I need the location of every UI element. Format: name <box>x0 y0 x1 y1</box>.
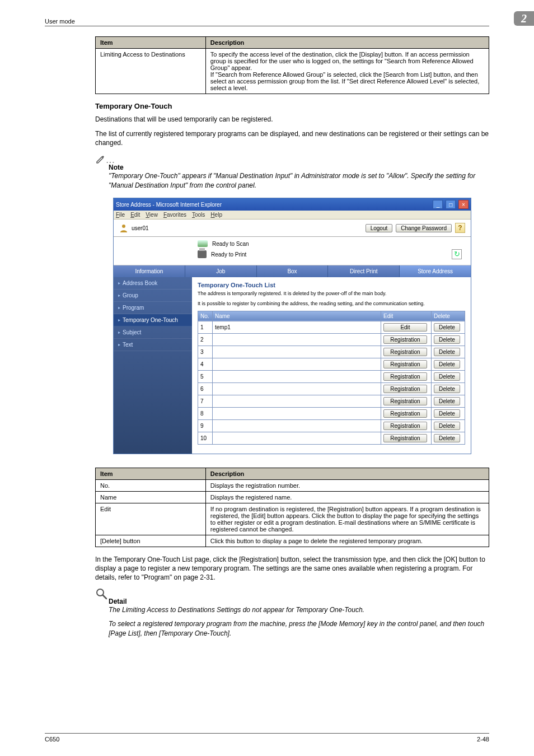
sidebar-item-text[interactable]: Text <box>114 339 192 351</box>
table-row-description: Displays the registration number. <box>205 479 489 491</box>
detail-label: Detail <box>109 598 489 605</box>
footer-right: 2-48 <box>477 736 489 743</box>
tab-box[interactable]: Box <box>257 265 329 277</box>
sidebar-item-subject[interactable]: Subject <box>114 326 192 339</box>
delete-button[interactable]: Delete <box>434 397 460 405</box>
cell-no: 3 <box>198 346 213 358</box>
table-row: 4RegistrationDelete <box>198 358 465 370</box>
cell-no: 10 <box>198 432 213 444</box>
logout-button[interactable]: Logout <box>366 224 393 232</box>
menu-item-file[interactable]: File <box>116 212 125 218</box>
cell-delete: Delete <box>432 321 465 333</box>
col-name: Name <box>213 311 381 321</box>
edit-button[interactable]: Edit <box>383 323 427 332</box>
registration-button[interactable]: Registration <box>383 422 427 430</box>
cell-no: 8 <box>198 407 213 419</box>
delete-button[interactable]: Delete <box>434 409 460 418</box>
menu-item-favorites[interactable]: Favorites <box>163 212 186 218</box>
col-description: Description <box>205 468 489 479</box>
section-paragraph-2: The list of currently registered tempora… <box>95 129 489 147</box>
svg-point-0 <box>122 225 125 228</box>
table-row: 2RegistrationDelete <box>198 333 465 346</box>
cell-delete: Delete <box>432 346 465 358</box>
delete-button[interactable]: Delete <box>434 422 460 430</box>
delete-button[interactable]: Delete <box>434 372 460 381</box>
tab-information[interactable]: Information <box>114 265 185 277</box>
cell-delete: Delete <box>432 419 465 432</box>
refresh-icon[interactable] <box>452 249 462 259</box>
table-row: 7RegistrationDelete <box>198 395 465 407</box>
cell-name <box>213 395 381 407</box>
cell-name <box>213 358 381 370</box>
registration-button[interactable]: Registration <box>383 385 427 393</box>
cell-name: temp1 <box>213 321 381 333</box>
sidebar-item-temporary-one-touch[interactable]: Temporary One-Touch <box>114 314 192 326</box>
registration-button[interactable]: Registration <box>383 409 427 418</box>
help-icon[interactable]: ? <box>455 223 465 233</box>
main-tabbar: InformationJobBoxDirect PrintStore Addre… <box>114 265 471 277</box>
cell-no: 6 <box>198 382 213 395</box>
col-edit: Edit <box>381 311 432 321</box>
table-row: 6RegistrationDelete <box>198 382 465 395</box>
browser-menubar[interactable]: FileEditViewFavoritesToolsHelp <box>114 211 471 220</box>
field-description-table: Item Description No.Displays the registr… <box>95 468 489 547</box>
delete-button[interactable]: Delete <box>434 335 460 344</box>
table-row-item: Name <box>96 491 206 503</box>
registration-button[interactable]: Registration <box>383 372 427 381</box>
registration-button[interactable]: Registration <box>383 335 427 344</box>
detail-block: Detail The Limiting Access to Destinatio… <box>95 587 489 638</box>
registration-button[interactable]: Registration <box>383 397 427 405</box>
sidebar-item-group[interactable]: Group <box>114 290 192 302</box>
minimize-icon[interactable]: _ <box>433 200 443 209</box>
table-row-item: Limiting Access to Destinations <box>96 49 206 94</box>
cell-edit: Registration <box>381 419 432 432</box>
cell-name <box>213 333 381 346</box>
table-row-description: To specify the access level of the desti… <box>205 49 489 94</box>
print-status: Ready to Print <box>211 251 246 258</box>
table-row-description: If no program destination is registered,… <box>205 503 489 535</box>
delete-button[interactable]: Delete <box>434 323 460 332</box>
tab-job[interactable]: Job <box>185 265 257 277</box>
registration-button[interactable]: Registration <box>383 348 427 356</box>
sidebar-item-program[interactable]: Program <box>114 302 192 314</box>
table-row: 3RegistrationDelete <box>198 346 465 358</box>
cell-name <box>213 432 381 444</box>
scan-status: Ready to Scan <box>212 241 249 247</box>
tab-store-address[interactable]: Store Address <box>400 265 471 277</box>
running-header-left: User mode <box>45 18 75 26</box>
cell-edit: Edit <box>381 321 432 333</box>
tab-direct-print[interactable]: Direct Print <box>328 265 400 277</box>
delete-button[interactable]: Delete <box>434 434 460 442</box>
cell-no: 1 <box>198 321 213 333</box>
printer-icon <box>198 250 207 258</box>
table-row: 9RegistrationDelete <box>198 419 465 432</box>
cell-no: 5 <box>198 370 213 382</box>
menu-item-help[interactable]: Help <box>210 212 222 218</box>
table-row-description: Displays the registered name. <box>205 491 489 503</box>
section-heading-temporary-one-touch: Temporary One-Touch <box>95 102 489 110</box>
cell-name <box>213 382 381 395</box>
table-row: 8RegistrationDelete <box>198 407 465 419</box>
change-password-button[interactable]: Change Password <box>396 224 452 232</box>
delete-button[interactable]: Delete <box>434 385 460 393</box>
col-description: Description <box>205 37 489 49</box>
menu-item-view[interactable]: View <box>146 212 158 218</box>
detail-text-2: To select a registered temporary program… <box>109 619 489 638</box>
table-row-item: No. <box>96 479 206 491</box>
cell-no: 9 <box>198 419 213 432</box>
col-no: No. <box>198 311 213 321</box>
close-icon[interactable]: × <box>458 200 469 209</box>
scanner-icon <box>198 240 208 247</box>
logged-in-user: user01 <box>132 225 149 231</box>
registration-button[interactable]: Registration <box>383 434 427 442</box>
chapter-number-tab: 2 <box>514 11 534 26</box>
browser-window: Store Address - Microsoft Internet Explo… <box>113 198 471 454</box>
registration-button[interactable]: Registration <box>383 360 427 368</box>
cell-delete: Delete <box>432 407 465 419</box>
delete-button[interactable]: Delete <box>434 360 460 368</box>
menu-item-tools[interactable]: Tools <box>192 212 205 218</box>
menu-item-edit[interactable]: Edit <box>130 212 140 218</box>
maximize-icon[interactable]: □ <box>446 200 456 209</box>
sidebar-item-address-book[interactable]: Address Book <box>114 277 192 290</box>
delete-button[interactable]: Delete <box>434 348 460 356</box>
